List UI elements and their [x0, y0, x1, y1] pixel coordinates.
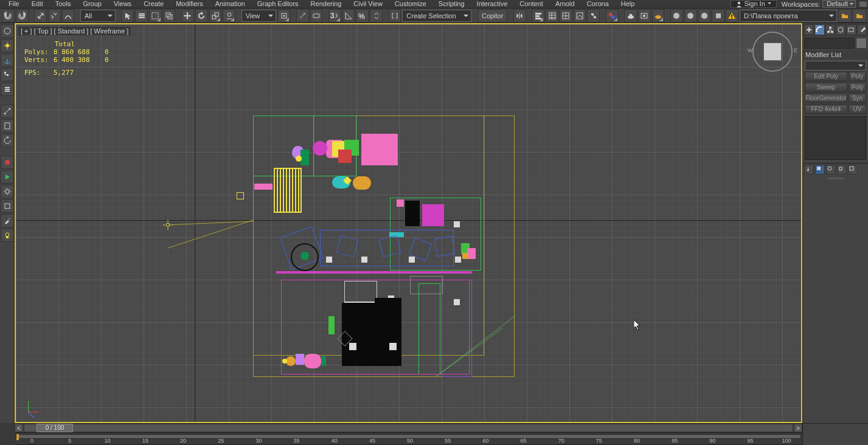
menu-views[interactable]: Views [108, 0, 137, 9]
menu-animation[interactable]: Animation [209, 0, 251, 9]
render-frame-button[interactable] [638, 9, 651, 22]
lt-render-button[interactable] [1, 156, 14, 169]
mod-edit-poly[interactable]: Edit Poly [805, 72, 847, 81]
menu-modifiers[interactable]: Modifiers [170, 0, 209, 9]
pin-stack-button[interactable] [804, 165, 814, 174]
pivot-center-button[interactable] [277, 9, 290, 22]
time-slider-next[interactable]: > [794, 424, 802, 432]
select-rotate-button[interactable] [195, 9, 208, 22]
select-scale-button[interactable] [209, 9, 222, 22]
render-setup-button[interactable] [624, 9, 637, 22]
corona-3-button[interactable] [698, 9, 711, 22]
layer-explorer-button[interactable] [546, 9, 558, 22]
tab-motion[interactable] [836, 24, 845, 35]
time-slider-thumb[interactable]: 0 / 100 [36, 424, 73, 432]
bind-spacewarp-button[interactable] [62, 9, 75, 22]
spinner-snap-button[interactable] [370, 9, 383, 22]
align-button[interactable] [532, 9, 544, 22]
workspace-extra-button[interactable] [858, 1, 868, 8]
project-settings-button[interactable] [853, 9, 866, 22]
selection-filter-dropdown[interactable]: All [80, 10, 116, 22]
workspaces-dropdown[interactable]: Default [822, 0, 856, 8]
viewport[interactable]: [ + ] [ Top ] [ Standard ] [ Wireframe ]… [15, 23, 802, 423]
time-ruler[interactable]: 0 5 10 15 20 25 30 35 40 45 50 55 60 65 … [15, 432, 802, 445]
undo-button[interactable] [2, 9, 15, 22]
warning-button[interactable] [726, 9, 738, 22]
select-move-button[interactable] [181, 9, 194, 22]
select-object-button[interactable] [121, 9, 134, 22]
mod-uv[interactable]: UV [849, 105, 866, 114]
tab-hierarchy[interactable] [825, 24, 835, 35]
menu-arnold[interactable]: Arnold [549, 0, 581, 9]
menu-graph-editors[interactable]: Graph Editors [251, 0, 305, 9]
toggle-ribbon-button[interactable] [560, 9, 572, 22]
menu-group[interactable]: Group [77, 0, 108, 9]
link-button[interactable] [34, 9, 47, 22]
named-selection-dropdown[interactable]: Create Selection Se [402, 10, 471, 22]
remove-modifier-button[interactable] [837, 165, 847, 174]
menu-civil-view[interactable]: Civil View [347, 0, 388, 9]
menu-tools[interactable]: Tools [49, 0, 77, 9]
mod-ffd[interactable]: FFD 4x4x4 [805, 105, 847, 114]
keyboard-shortcut-override-button[interactable] [310, 9, 323, 22]
lt-measure-button[interactable] [1, 105, 14, 118]
object-color-swatch[interactable] [856, 38, 867, 49]
mod-poly-2[interactable]: Poly [849, 83, 866, 92]
modifier-list-dropdown[interactable] [805, 61, 866, 71]
lt-doc-button[interactable] [1, 119, 14, 133]
snap-toggle-button[interactable]: 3 [328, 9, 341, 22]
lt-select-button[interactable] [1, 24, 14, 38]
select-by-name-button[interactable] [135, 9, 148, 22]
corona-2-button[interactable] [684, 9, 697, 22]
lt-sun-button[interactable] [1, 39, 14, 52]
panel-drag-handle[interactable] [803, 178, 868, 181]
select-region-button[interactable] [149, 9, 162, 22]
time-slider-track[interactable]: 0 / 100 [24, 424, 793, 432]
edit-named-selset-button[interactable] [389, 9, 401, 22]
sign-in-button[interactable]: Sign In [731, 0, 777, 8]
corona-1-button[interactable] [670, 9, 683, 22]
mod-syn[interactable]: Syn [849, 94, 866, 103]
schematic-view-button[interactable] [587, 9, 600, 22]
percent-snap-button[interactable]: % [356, 9, 369, 22]
menu-help[interactable]: Help [615, 0, 641, 9]
menu-edit[interactable]: Edit [26, 0, 49, 9]
lt-gear-button[interactable] [1, 185, 14, 198]
lt-wire-button[interactable] [1, 199, 14, 213]
menu-content[interactable]: Content [513, 0, 549, 9]
menu-customize[interactable]: Customize [389, 0, 432, 9]
mod-sweep[interactable]: Sweep [805, 83, 847, 92]
menu-file[interactable]: File [2, 0, 26, 9]
viewport-label[interactable]: [ + ] [ Top ] [ Standard ] [ Wireframe ] [18, 27, 131, 35]
menu-create[interactable]: Create [137, 0, 170, 9]
lt-light-button[interactable] [1, 229, 14, 242]
modifier-stack[interactable] [805, 116, 866, 160]
menu-interactive[interactable]: Interactive [471, 0, 514, 9]
make-unique-button[interactable] [826, 165, 836, 174]
menu-rendering[interactable]: Rendering [305, 0, 348, 9]
menu-corona[interactable]: Corona [581, 0, 615, 9]
tab-modify[interactable] [814, 24, 824, 35]
window-crossing-button[interactable] [163, 9, 176, 22]
project-folder-button[interactable] [838, 9, 852, 22]
render-button[interactable] [652, 9, 665, 22]
lt-reload-button[interactable] [1, 134, 14, 147]
lt-brush-button[interactable] [1, 214, 14, 227]
mod-floorgenerator[interactable]: FloorGenerator [805, 94, 847, 103]
project-path-dropdown[interactable]: D:\Папка проекта [740, 10, 837, 22]
lt-xform-button[interactable] [1, 53, 14, 67]
lt-list-button[interactable] [1, 83, 14, 96]
material-editor-button[interactable] [606, 9, 619, 22]
curve-editor-button[interactable] [574, 9, 586, 22]
time-slider-prev[interactable]: < [15, 424, 23, 432]
ref-coord-dropdown[interactable]: View [241, 10, 277, 22]
copitor-button[interactable]: Copitor [477, 9, 507, 22]
menu-scripting[interactable]: Scripting [432, 0, 471, 9]
lt-play-button[interactable] [1, 170, 14, 184]
mod-poly-1[interactable]: Poly [849, 72, 866, 81]
tab-create[interactable] [804, 24, 814, 35]
viewcube[interactable]: WE [750, 29, 795, 74]
tab-utilities[interactable] [857, 24, 867, 35]
angle-snap-button[interactable] [342, 9, 355, 22]
unlink-button[interactable] [48, 9, 61, 22]
